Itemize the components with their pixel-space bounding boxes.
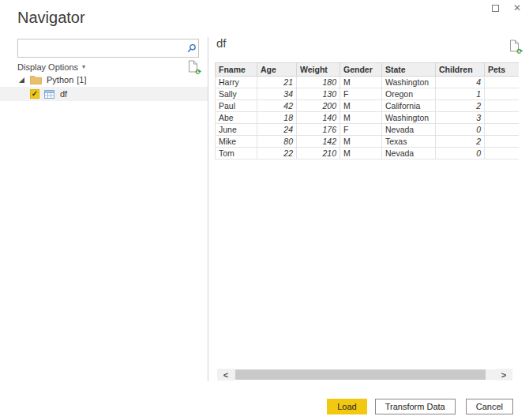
checkbox-checked-icon[interactable]: ✓: [30, 89, 39, 99]
table-cell: M: [340, 77, 382, 88]
table-cell: Washington: [382, 77, 436, 88]
table-cell: Nevada: [382, 148, 436, 159]
table-cell: 21: [257, 77, 297, 88]
tree-item-label: df: [60, 89, 67, 99]
refresh-preview-icon[interactable]: ⟳: [509, 39, 520, 53]
scroll-right-icon[interactable]: >: [495, 369, 512, 381]
window-controls: ✕: [492, 3, 521, 13]
scrollbar-track[interactable]: [234, 369, 495, 380]
table-cell: 2: [436, 100, 485, 112]
navigator-tree: Python [1] ✓ df: [0, 73, 208, 101]
table-cell: 22: [257, 148, 297, 159]
table-cell: 1: [436, 88, 485, 100]
table-cell: Washington: [382, 112, 436, 124]
table-row: Harry21180MWashington4: [216, 77, 519, 88]
column-header-children: Children: [436, 63, 485, 77]
table-cell: 18: [257, 112, 297, 124]
table-cell: Texas: [382, 136, 436, 148]
table-cell: 130: [297, 88, 340, 100]
table-header: FnameAgeWeightGenderStateChildrenPets: [216, 63, 519, 77]
table-cell: [485, 124, 519, 136]
table-cell: Mike: [216, 136, 257, 148]
table-cell: [485, 77, 519, 88]
column-header-state: State: [382, 63, 436, 77]
data-preview-table: FnameAgeWeightGenderStateChildrenPets Ha…: [215, 62, 519, 159]
maximize-icon[interactable]: [492, 5, 499, 12]
tree-item-label: Python: [47, 75, 73, 84]
table-cell: 0: [436, 148, 485, 159]
folder-icon: [30, 75, 42, 84]
load-button[interactable]: Load: [327, 399, 366, 414]
table-cell: Abe: [216, 112, 257, 124]
table-cell: [485, 88, 519, 100]
table-cell: Paul: [216, 100, 257, 112]
table-cell: [485, 100, 519, 112]
table-cell: 180: [297, 77, 340, 88]
display-options-dropdown[interactable]: Display Options: [17, 62, 78, 72]
search-icon[interactable]: [184, 43, 198, 54]
scroll-left-icon[interactable]: <: [217, 369, 234, 381]
table-cell: F: [340, 88, 382, 100]
panel-divider: [208, 37, 208, 381]
table-cell: 142: [297, 136, 340, 148]
table-row: Abe18140MWashington3: [216, 112, 519, 124]
table-row: Tom22210MNevada0: [216, 148, 519, 159]
tree-item-count: [1]: [77, 75, 86, 84]
column-header-pets: Pets: [485, 63, 519, 77]
table-cell: M: [340, 136, 382, 148]
table-cell: Tom: [216, 148, 257, 159]
page-title: Navigator: [17, 9, 85, 27]
preview-table-title: df: [216, 36, 227, 50]
horizontal-scrollbar[interactable]: < >: [217, 369, 512, 381]
table-icon: [44, 90, 54, 99]
table-cell: [485, 148, 519, 159]
column-header-age: Age: [257, 63, 297, 77]
display-options-row: Display Options ▾: [17, 61, 199, 73]
table-cell: 2: [436, 136, 485, 148]
table-cell: 3: [436, 112, 485, 124]
table-cell: Sally: [216, 88, 257, 100]
table-cell: [485, 112, 519, 124]
table-cell: 176: [297, 124, 340, 136]
table-cell: M: [340, 112, 382, 124]
table-cell: 210: [297, 148, 340, 159]
table-cell: 80: [257, 136, 297, 148]
expand-triangle-icon[interactable]: [19, 77, 24, 83]
table-cell: Nevada: [382, 124, 436, 136]
chevron-down-icon: ▾: [82, 63, 85, 70]
transform-data-button[interactable]: Transform Data: [375, 399, 456, 414]
table-cell: 24: [257, 124, 297, 136]
tree-item-python-folder[interactable]: Python [1]: [0, 73, 208, 87]
table-cell: Oregon: [382, 88, 436, 100]
footer-button-bar: Load Transform Data Cancel: [0, 399, 516, 414]
table-cell: 42: [257, 100, 297, 112]
table-cell: 4: [436, 77, 485, 88]
table-cell: 200: [297, 100, 340, 112]
scrollbar-thumb[interactable]: [235, 369, 486, 380]
table-cell: 34: [257, 88, 297, 100]
column-header-fname: Fname: [216, 63, 257, 77]
table-cell: 140: [297, 112, 340, 124]
refresh-arrows-icon: ⟳: [516, 48, 523, 55]
table-cell: [485, 136, 519, 148]
tree-item-df[interactable]: ✓ df: [0, 87, 208, 101]
table-row: Sally34130FOregon1: [216, 88, 519, 100]
column-header-gender: Gender: [340, 63, 382, 77]
table-cell: June: [216, 124, 257, 136]
table-cell: Harry: [216, 77, 257, 88]
table-row: Paul42200MCalifornia2: [216, 100, 519, 112]
close-icon[interactable]: ✕: [513, 3, 521, 13]
search-input[interactable]: [18, 39, 184, 57]
search-box: [17, 39, 199, 58]
table-row: Mike80142MTexas2: [216, 136, 519, 148]
table-cell: M: [340, 100, 382, 112]
table-row: June24176FNevada0: [216, 124, 519, 136]
refresh-icon[interactable]: ⟳: [188, 60, 199, 73]
column-header-weight: Weight: [297, 63, 340, 77]
table-cell: M: [340, 148, 382, 159]
table-cell: California: [382, 100, 436, 112]
table-cell: 0: [436, 124, 485, 136]
cancel-button[interactable]: Cancel: [466, 399, 513, 414]
table-cell: F: [340, 124, 382, 136]
